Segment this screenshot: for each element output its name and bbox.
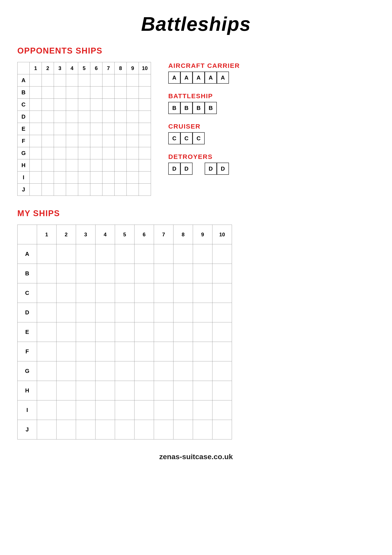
grid-cell[interactable] — [135, 264, 154, 283]
grid-cell[interactable] — [54, 171, 66, 184]
grid-cell[interactable] — [54, 87, 66, 99]
grid-cell[interactable] — [78, 171, 90, 184]
grid-cell[interactable] — [78, 99, 90, 111]
grid-cell[interactable] — [139, 184, 151, 196]
grid-cell[interactable] — [154, 401, 173, 420]
grid-cell[interactable] — [114, 111, 127, 123]
grid-cell[interactable] — [115, 322, 135, 342]
grid-cell[interactable] — [127, 87, 139, 99]
grid-cell[interactable] — [95, 303, 115, 322]
grid-cell[interactable] — [173, 381, 193, 401]
grid-cell[interactable] — [90, 184, 102, 196]
grid-cell[interactable] — [135, 342, 154, 361]
grid-cell[interactable] — [127, 99, 139, 111]
grid-cell[interactable] — [173, 401, 193, 420]
grid-cell[interactable] — [193, 401, 213, 420]
grid-cell[interactable] — [135, 381, 154, 401]
grid-cell[interactable] — [42, 87, 54, 99]
grid-cell[interactable] — [127, 184, 139, 196]
grid-cell[interactable] — [139, 99, 151, 111]
grid-cell[interactable] — [37, 283, 57, 303]
grid-cell[interactable] — [66, 74, 78, 87]
grid-cell[interactable] — [127, 135, 139, 147]
grid-cell[interactable] — [78, 74, 90, 87]
grid-cell[interactable] — [66, 159, 78, 171]
grid-cell[interactable] — [95, 322, 115, 342]
grid-cell[interactable] — [115, 303, 135, 322]
grid-cell[interactable] — [213, 264, 232, 283]
grid-cell[interactable] — [66, 123, 78, 135]
grid-cell[interactable] — [30, 135, 42, 147]
grid-cell[interactable] — [135, 322, 154, 342]
grid-cell[interactable] — [115, 381, 135, 401]
grid-cell[interactable] — [193, 303, 213, 322]
grid-cell[interactable] — [127, 74, 139, 87]
grid-cell[interactable] — [42, 74, 54, 87]
grid-cell[interactable] — [95, 342, 115, 361]
grid-cell[interactable] — [154, 244, 173, 264]
grid-cell[interactable] — [37, 401, 57, 420]
grid-cell[interactable] — [139, 147, 151, 159]
grid-cell[interactable] — [173, 264, 193, 283]
grid-cell[interactable] — [213, 303, 232, 322]
grid-cell[interactable] — [66, 87, 78, 99]
grid-cell[interactable] — [90, 74, 102, 87]
grid-cell[interactable] — [154, 264, 173, 283]
grid-cell[interactable] — [76, 342, 95, 361]
grid-cell[interactable] — [127, 111, 139, 123]
grid-cell[interactable] — [95, 401, 115, 420]
grid-cell[interactable] — [54, 111, 66, 123]
grid-cell[interactable] — [42, 123, 54, 135]
grid-cell[interactable] — [37, 361, 57, 381]
grid-cell[interactable] — [102, 159, 114, 171]
grid-cell[interactable] — [30, 74, 42, 87]
grid-cell[interactable] — [193, 264, 213, 283]
grid-cell[interactable] — [193, 381, 213, 401]
grid-cell[interactable] — [30, 184, 42, 196]
grid-cell[interactable] — [76, 264, 95, 283]
grid-cell[interactable] — [95, 283, 115, 303]
grid-cell[interactable] — [139, 123, 151, 135]
grid-cell[interactable] — [135, 420, 154, 439]
grid-cell[interactable] — [95, 244, 115, 264]
grid-cell[interactable] — [173, 244, 193, 264]
grid-cell[interactable] — [30, 171, 42, 184]
grid-cell[interactable] — [154, 303, 173, 322]
grid-cell[interactable] — [114, 159, 127, 171]
grid-cell[interactable] — [66, 147, 78, 159]
grid-cell[interactable] — [173, 283, 193, 303]
grid-cell[interactable] — [102, 99, 114, 111]
grid-cell[interactable] — [66, 99, 78, 111]
grid-cell[interactable] — [127, 123, 139, 135]
grid-cell[interactable] — [173, 420, 193, 439]
grid-cell[interactable] — [42, 184, 54, 196]
grid-cell[interactable] — [193, 361, 213, 381]
grid-cell[interactable] — [115, 342, 135, 361]
grid-cell[interactable] — [54, 123, 66, 135]
grid-cell[interactable] — [78, 135, 90, 147]
grid-cell[interactable] — [37, 303, 57, 322]
grid-cell[interactable] — [42, 135, 54, 147]
grid-cell[interactable] — [78, 87, 90, 99]
grid-cell[interactable] — [114, 123, 127, 135]
grid-cell[interactable] — [78, 159, 90, 171]
grid-cell[interactable] — [57, 342, 76, 361]
grid-cell[interactable] — [114, 184, 127, 196]
grid-cell[interactable] — [76, 401, 95, 420]
grid-cell[interactable] — [139, 135, 151, 147]
grid-cell[interactable] — [57, 283, 76, 303]
grid-cell[interactable] — [102, 123, 114, 135]
grid-cell[interactable] — [114, 74, 127, 87]
grid-cell[interactable] — [115, 264, 135, 283]
grid-cell[interactable] — [57, 322, 76, 342]
grid-cell[interactable] — [135, 283, 154, 303]
grid-cell[interactable] — [213, 322, 232, 342]
grid-cell[interactable] — [54, 147, 66, 159]
grid-cell[interactable] — [213, 361, 232, 381]
grid-cell[interactable] — [54, 159, 66, 171]
grid-cell[interactable] — [66, 111, 78, 123]
grid-cell[interactable] — [78, 147, 90, 159]
grid-cell[interactable] — [90, 159, 102, 171]
grid-cell[interactable] — [95, 420, 115, 439]
grid-cell[interactable] — [76, 361, 95, 381]
